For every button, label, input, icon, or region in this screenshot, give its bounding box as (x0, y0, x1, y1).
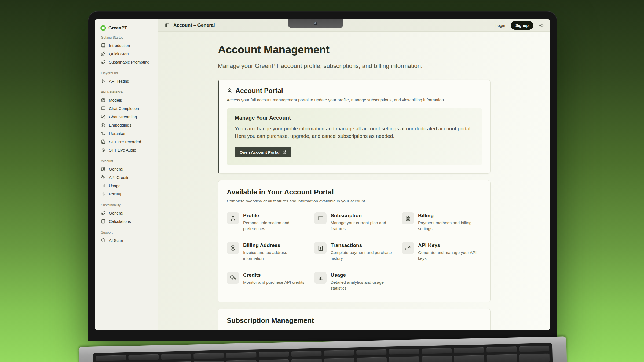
feature-item-profile: ProfilePersonal information and preferen… (227, 212, 307, 232)
sidebar-item-stt-live-audio[interactable]: STT Live Audio (98, 146, 155, 154)
keyboard-key (259, 352, 289, 357)
feature-item-usage: UsageDetailed analytics and usage statis… (314, 272, 394, 291)
sidebar-item-label: Pricing (109, 192, 121, 196)
feature-item-billing-address: Billing AddressInvoice and tax address i… (227, 242, 307, 261)
feature-description: Personal information and preferences (243, 220, 307, 232)
sidebar-item-label: API Testing (109, 79, 129, 83)
sidebar-item-chat-streaming[interactable]: Chat Streaming (98, 113, 155, 121)
shield-icon (101, 238, 105, 243)
sidebar-item-general[interactable]: General (98, 165, 155, 173)
sidebar-item-label: Embeddings (109, 123, 131, 127)
features-subtitle: Complete overview of all features and in… (227, 199, 482, 204)
sidebar-item-pricing[interactable]: Pricing (98, 190, 155, 198)
feature-title: Transactions (331, 242, 394, 248)
topbar-actions: Login Signup (495, 21, 544, 30)
laptop-lid: GreenPT Getting StartedIntroductionQuick… (88, 11, 557, 341)
external-link-icon (283, 150, 287, 154)
chart-icon (314, 272, 327, 284)
keyboard-key (291, 351, 321, 357)
map-pin-icon (227, 242, 239, 254)
receipt-icon (314, 242, 327, 254)
greenpt-ring-logo-icon (100, 25, 106, 31)
sidebar-item-quick-start[interactable]: Quick Start (98, 50, 155, 58)
dollar-icon (101, 192, 105, 196)
sidebar-item-label: General (109, 167, 123, 171)
signup-button[interactable]: Signup (511, 21, 533, 30)
feature-description: Complete payment and purchase history (331, 250, 394, 261)
sidebar-section-account: AccountGeneralAPI CreditsUsagePricing (98, 154, 155, 198)
open-account-portal-button[interactable]: Open Account Portal (235, 147, 291, 157)
feature-text: API KeysGenerate and manage your API key… (418, 242, 482, 261)
login-link[interactable]: Login (495, 23, 505, 28)
book-icon (101, 43, 105, 48)
sidebar-item-introduction[interactable]: Introduction (98, 41, 155, 50)
feature-text: BillingPayment methods and billing setti… (418, 212, 482, 232)
sidebar-item-label: General (109, 211, 123, 215)
sidebar-item-api-testing[interactable]: API Testing (98, 77, 155, 85)
sidebar-item-label: Models (109, 98, 122, 102)
sidebar-nav: Getting StartedIntroductionQuick StartSu… (98, 34, 155, 245)
sidebar-item-label: STT Live Audio (109, 148, 136, 152)
sidebar-item-api-credits[interactable]: API Credits (98, 173, 155, 182)
desktop-background: GreenPT Getting StartedIntroductionQuick… (0, 0, 644, 362)
sidebar-section-api-reference: API ReferenceModelsChat CompletionChat S… (98, 85, 155, 154)
sidebar-item-chat-completion[interactable]: Chat Completion (98, 104, 155, 113)
feature-text: ProfilePersonal information and preferen… (243, 212, 307, 232)
keyboard-key (454, 355, 485, 362)
cpu-icon (101, 98, 105, 102)
laptop-keyboard (93, 343, 553, 362)
feature-description: Invoice and tax address information (243, 250, 307, 261)
play-icon (101, 79, 105, 83)
laptop-notch (288, 19, 343, 28)
sidebar-item-stt-pre-recorded[interactable]: STT Pre-recorded (98, 138, 155, 146)
keyboard-key (422, 356, 452, 362)
feature-title: Billing Address (243, 242, 307, 248)
broadcast-icon (101, 114, 105, 119)
coins-icon-glyph (230, 275, 236, 281)
feature-title: Subscription (331, 213, 394, 219)
sidebar-item-models[interactable]: Models (98, 96, 155, 104)
panel-left-icon[interactable] (165, 23, 169, 28)
keyboard-key (96, 355, 126, 361)
features-grid: ProfilePersonal information and preferen… (227, 212, 482, 291)
feature-text: SubscriptionManage your current plan and… (331, 212, 394, 232)
sun-icon[interactable] (539, 23, 544, 28)
page-subtitle: Manage your GreenPT account profile, sub… (218, 62, 491, 69)
keyboard-key (194, 361, 224, 362)
topbar-title: Account – General (173, 23, 215, 28)
feature-item-credits: CreditsMonitor and purchase API credits (227, 272, 307, 291)
keyboard-key (291, 359, 322, 362)
sidebar-item-reranker[interactable]: Reranker (98, 129, 155, 138)
brand-logo[interactable]: GreenPT (98, 24, 155, 34)
chart-icon (101, 183, 105, 188)
feature-title: Profile (243, 213, 307, 219)
keyboard-key (487, 354, 517, 362)
main-scroll-area[interactable]: Account Management Manage your GreenPT a… (158, 32, 550, 330)
gear-icon (101, 167, 105, 171)
map-pin-icon-glyph (230, 245, 236, 251)
sidebar-item-label: Introduction (109, 43, 130, 48)
laptop-camera (314, 22, 317, 25)
sidebar-item-usage[interactable]: Usage (98, 182, 155, 190)
rocket-icon (101, 51, 105, 56)
sidebar-item-label: Sustainable Prompting (109, 60, 149, 64)
user-icon (227, 88, 232, 94)
sidebar-section-sustainability: SustainabilityGeneralCalculations (98, 198, 155, 226)
keyboard-key (422, 348, 452, 354)
leaf-icon (101, 60, 105, 64)
sidebar-item-embeddings[interactable]: Embeddings (98, 121, 155, 129)
keyboard-key (519, 354, 550, 362)
keyboard-key (519, 346, 550, 352)
keyboard-key (226, 360, 257, 362)
sidebar-item-ai-scan[interactable]: AI Scan (98, 236, 155, 245)
sidebar-section-label: Getting Started (98, 34, 155, 41)
feature-description: Payment methods and billing settings (418, 220, 482, 232)
sidebar-item-label: API Credits (109, 175, 129, 180)
sidebar-item-general[interactable]: General (98, 209, 155, 217)
sidebar-item-calculations[interactable]: Calculations (98, 217, 155, 226)
calculator-icon (101, 219, 105, 224)
sidebar-item-sustainable-prompting[interactable]: Sustainable Prompting (98, 58, 155, 66)
key-icon (402, 242, 414, 254)
sidebar-item-label: STT Pre-recorded (109, 139, 141, 144)
file-text-icon (402, 212, 414, 224)
